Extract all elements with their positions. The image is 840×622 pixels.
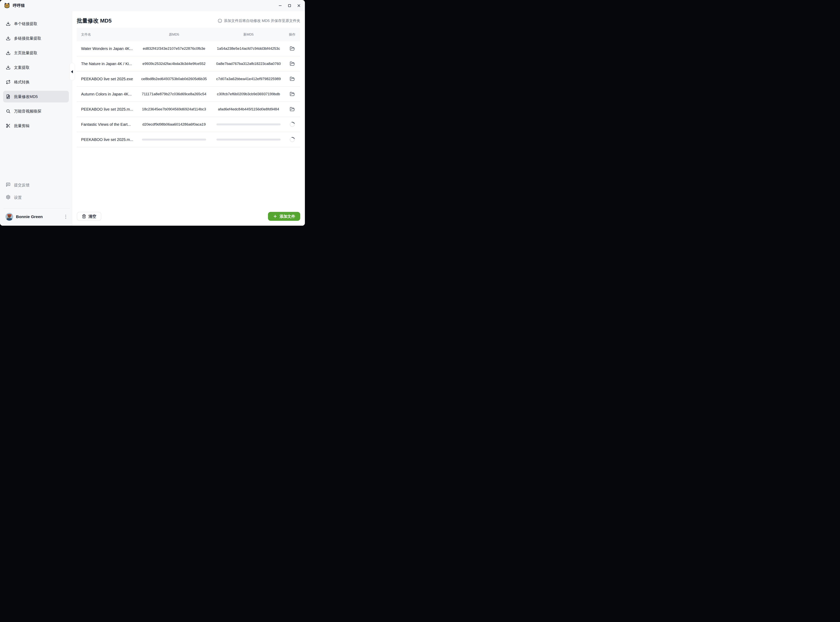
user-row[interactable]: Bonnie Green [0, 212, 72, 221]
cell-new-md5: 0a8e7bad767ba312afb18223ca8a0760 [213, 62, 284, 66]
sidebar-item-label: 万能音视频嗅探 [14, 109, 41, 114]
cell-action [284, 137, 300, 142]
plus-icon [273, 214, 277, 218]
sidebar-footer-item[interactable]: 设置 [0, 191, 72, 204]
cell-action [284, 122, 300, 127]
table-row: PEEKABOO live set 2025.exece8bd8b2ed6493… [77, 72, 300, 87]
window-controls [278, 4, 301, 8]
footer-bar: 清空 添加文件 [77, 212, 300, 226]
sidebar-item-7[interactable]: 批量剪辑 [3, 120, 69, 132]
info-icon [218, 19, 222, 23]
column-header-old-md5: 原MD5 [135, 32, 213, 37]
cell-new-md5: afad6ef4edc84b445f1156d0e8fd9484 [213, 107, 284, 111]
sidebar-item-3[interactable]: 文案提取 [3, 62, 69, 73]
sidebar-footer-nav: 提交反馈设置 [0, 179, 72, 204]
user-menu-button[interactable] [64, 213, 67, 220]
file-pen-icon [6, 94, 11, 99]
sidebar-nav: 单个链接提取多链接批量提取主页批量提取文案提取格式转换批量修改MD5万能音视频嗅… [0, 18, 72, 134]
cell-filename: The Nature in Japan 4K / Ki... [77, 62, 135, 66]
cell-new-md5 [213, 123, 284, 125]
trash-icon [82, 214, 86, 218]
clear-button-label: 清空 [89, 214, 96, 219]
page-title: 批量修改 MD5 [77, 17, 111, 24]
search-icon [6, 109, 11, 113]
table-row: PEEKABOO live set 2025.m... [77, 132, 300, 147]
add-files-button-label: 添加文件 [279, 214, 295, 219]
open-folder-button[interactable] [289, 61, 295, 67]
main-panel: 批量修改 MD5 添加文件后将自动修改 MD5 并保存至原文件夹 文件名 原MD… [72, 11, 305, 226]
chevron-left-icon [71, 70, 73, 73]
sidebar: 单个链接提取多链接批量提取主页批量提取文案提取格式转换批量修改MD5万能音视频嗅… [0, 11, 72, 226]
info-note: 添加文件后将自动修改 MD5 并保存至原文件夹 [218, 18, 300, 23]
sidebar-footer-label: 设置 [14, 195, 22, 200]
md5-pending-placeholder [142, 139, 206, 140]
cell-old-md5 [135, 139, 213, 140]
sidebar-footer-item[interactable]: 提交反馈 [0, 179, 72, 191]
app-window: 哼哼猫 单个链接提取多链接批量提取主页批量提取文案提取格式转换批量修改MD5万能… [0, 0, 305, 226]
feedback-icon [6, 182, 11, 188]
open-folder-button[interactable] [289, 91, 295, 97]
column-header-action: 操作 [284, 32, 300, 37]
column-header-new-md5: 新MD5 [213, 32, 284, 37]
processing-spinner-icon [289, 136, 296, 143]
cell-new-md5: 1a54a238e5e14acfd7c94dd3bf44253c [213, 46, 284, 51]
scissors-icon [6, 123, 11, 128]
sidebar-footer-label: 提交反馈 [14, 183, 29, 188]
sidebar-item-label: 文案提取 [14, 65, 29, 70]
folder-open-icon [290, 61, 295, 66]
maximize-button[interactable] [288, 4, 291, 8]
download-icon [6, 65, 11, 70]
add-files-button[interactable]: 添加文件 [268, 212, 300, 221]
cell-action [284, 76, 300, 82]
folder-open-icon [290, 76, 295, 81]
sidebar-item-label: 主页批量提取 [14, 50, 37, 56]
cell-old-md5: d20ecdf9d98b06aa6014286a6f0aca19 [135, 122, 213, 127]
column-header-filename: 文件名 [77, 32, 135, 37]
sidebar-item-6[interactable]: 万能音视频嗅探 [3, 105, 69, 117]
md5-table: 文件名 原MD5 新MD5 操作 Water Wonders in Japan … [77, 27, 300, 147]
sidebar-item-4[interactable]: 格式转换 [3, 76, 69, 88]
sidebar-item-1[interactable]: 多链接批量提取 [3, 32, 69, 44]
sidebar-item-2[interactable]: 主页批量提取 [3, 47, 69, 59]
sidebar-item-5-active[interactable]: 批量修改MD5 [3, 91, 69, 102]
folder-open-icon [290, 46, 295, 51]
minimize-button[interactable] [278, 4, 282, 8]
cell-filename: PEEKABOO live set 2025.m... [77, 137, 135, 142]
download-icon [6, 36, 11, 41]
table-row: Water Wonders in Japan 4K...ed832f41f343… [77, 41, 300, 56]
avatar [5, 213, 13, 221]
app-brand: 哼哼猫 [4, 3, 25, 9]
sidebar-item-label: 批量修改MD5 [14, 94, 38, 99]
table-row: The Nature in Japan 4K / Ki...e9939c2532… [77, 56, 300, 72]
clear-button[interactable]: 清空 [77, 212, 101, 221]
cell-action [284, 106, 300, 112]
sidebar-item-label: 格式转换 [14, 79, 29, 85]
repeat-icon [6, 80, 11, 84]
close-button[interactable] [297, 4, 301, 8]
open-folder-button[interactable] [289, 76, 295, 82]
sidebar-item-0[interactable]: 单个链接提取 [3, 18, 69, 29]
cell-filename: PEEKABOO live set 2025.m... [77, 107, 135, 111]
cell-action [284, 91, 300, 97]
open-folder-button[interactable] [289, 106, 295, 112]
sidebar-bottom: 提交反馈设置 Bonnie Green [0, 179, 72, 226]
cell-new-md5: c30fcb7ef6b0209b3cb9d36937199bdb [213, 92, 284, 96]
download-icon [6, 50, 11, 55]
cell-filename: Autumn Colors in Japan 4K... [77, 92, 135, 96]
cell-new-md5 [213, 139, 284, 140]
table-body: Water Wonders in Japan 4K...ed832f41f343… [77, 41, 300, 147]
info-note-text: 添加文件后将自动修改 MD5 并保存至原文件夹 [224, 18, 300, 23]
sidebar-collapse-handle[interactable] [70, 63, 75, 81]
download-icon [6, 21, 11, 26]
titlebar: 哼哼猫 [0, 0, 305, 11]
processing-spinner-icon [289, 121, 296, 128]
table-header-row: 文件名 原MD5 新MD5 操作 [77, 27, 300, 41]
user-name: Bonnie Green [16, 214, 43, 219]
cell-old-md5: 711171a8e879b27c036d69ce8a265c54 [135, 92, 213, 96]
table-row: Fantastic VIews of the Eart...d20ecdf9d9… [77, 117, 300, 132]
app-title: 哼哼猫 [13, 3, 25, 8]
cell-action [284, 46, 300, 52]
open-folder-button[interactable] [289, 46, 295, 52]
table-row: Autumn Colors in Japan 4K...711171a8e879… [77, 87, 300, 102]
cell-old-md5: ce8bd8b2ed6493753b0ab0d2605d6b35 [135, 77, 213, 81]
